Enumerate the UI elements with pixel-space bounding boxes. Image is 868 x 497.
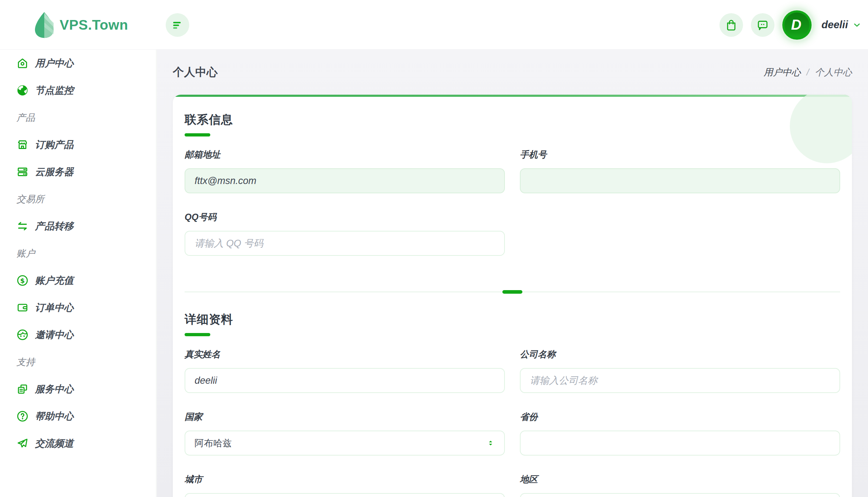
avatar[interactable]: D <box>782 10 812 40</box>
sidebar-item-label: 产品转移 <box>35 220 74 233</box>
country-select-value: 阿布哈兹 <box>195 437 232 449</box>
svg-text:$: $ <box>20 277 25 284</box>
email-field-group: 邮箱地址 <box>185 149 505 193</box>
country-label: 国家 <box>185 411 505 423</box>
sidebar-item-label: 订单中心 <box>35 301 74 314</box>
main-content: 个人中心 用户中心 / 个人中心 联系信息 邮箱地址 手机号 <box>157 50 868 497</box>
avatar-inner: D <box>784 13 809 38</box>
sidebar-item-label: 帮助中心 <box>35 410 74 423</box>
district-field-group: 地区 <box>520 473 840 497</box>
details-form-grid: 真实姓名 公司名称 国家 阿布哈兹 <box>185 348 840 497</box>
question-circle-icon <box>16 410 29 422</box>
company-input[interactable] <box>520 368 840 393</box>
sidebar-item-order-products[interactable]: 订购产品 <box>0 131 156 158</box>
realname-input[interactable] <box>185 368 505 393</box>
avatar-initial: D <box>791 17 803 33</box>
chevron-down-icon <box>852 20 862 30</box>
district-label: 地区 <box>520 473 840 485</box>
chat-bubble-icon <box>756 19 769 31</box>
sidebar-item-label: 订购产品 <box>35 138 74 151</box>
sidebar-toggle-button[interactable] <box>166 13 189 37</box>
brand-name: VPS.Town <box>60 17 128 33</box>
page-title: 个人中心 <box>173 65 218 80</box>
phone-field-group: 手机号 <box>520 149 840 193</box>
contact-section-title: 联系信息 <box>185 112 840 128</box>
sidebar-item-node-monitor[interactable]: 节点监控 <box>0 77 156 104</box>
realname-label: 真实姓名 <box>185 348 505 360</box>
district-input[interactable] <box>520 493 840 497</box>
realname-field-group: 真实姓名 <box>185 348 505 393</box>
sidebar-item-label: 交流频道 <box>35 437 74 450</box>
top-header: VPS.Town <box>0 0 868 50</box>
section-divider <box>185 290 840 294</box>
divider-dash <box>502 290 522 294</box>
phone-input[interactable] <box>520 168 840 193</box>
country-field-group: 国家 阿布哈兹 <box>185 411 505 456</box>
qq-field-group: QQ号码 <box>185 211 505 256</box>
paper-plane-icon <box>16 437 29 449</box>
profile-card: 联系信息 邮箱地址 手机号 QQ号码 <box>173 95 852 497</box>
face-icon <box>16 329 29 341</box>
company-label: 公司名称 <box>520 348 840 360</box>
dollar-circle-icon: $ <box>16 274 29 287</box>
city-input[interactable] <box>185 493 505 497</box>
sidebar-item-invite-center[interactable]: 邀请中心 <box>0 321 156 348</box>
sidebar-item-cloud-servers[interactable]: 云服务器 <box>0 158 156 185</box>
breadcrumb-current: 个人中心 <box>815 66 852 79</box>
shop-button[interactable] <box>719 13 743 37</box>
qq-label: QQ号码 <box>185 211 505 223</box>
sidebar-item-account-recharge[interactable]: $ 账户充值 <box>0 267 156 294</box>
province-field-group: 省份 <box>520 411 840 456</box>
contact-form-grid: 邮箱地址 手机号 QQ号码 <box>185 149 840 256</box>
sidebar-item-chat-channel[interactable]: 交流频道 <box>0 430 156 457</box>
sidebar-item-product-transfer[interactable]: 产品转移 <box>0 213 156 240</box>
sidebar-item-label: 节点监控 <box>35 84 74 97</box>
user-name: deelii <box>822 19 848 31</box>
brand-logo-icon <box>34 11 55 39</box>
email-input[interactable] <box>185 168 505 193</box>
sidebar-item-label: 账户充值 <box>35 274 74 287</box>
page-header: 个人中心 用户中心 / 个人中心 <box>173 50 852 95</box>
select-arrows-icon <box>486 439 495 447</box>
sidebar-item-label: 邀请中心 <box>35 328 74 341</box>
sidebar-item-order-center[interactable]: 订单中心 <box>0 294 156 321</box>
transfer-arrows-icon <box>16 220 29 232</box>
messages-button[interactable] <box>751 13 774 37</box>
breadcrumb-separator: / <box>807 67 809 78</box>
city-field-group: 城市 <box>185 473 505 497</box>
sidebar-item-help-center[interactable]: 帮助中心 <box>0 403 156 430</box>
menu-collapse-icon <box>171 19 184 31</box>
header-actions: D deelii <box>719 0 862 50</box>
server-icon <box>16 166 29 178</box>
globe-icon <box>16 84 29 96</box>
sidebar-item-label: 服务中心 <box>35 383 74 396</box>
phone-label: 手机号 <box>520 149 840 160</box>
wallet-icon <box>16 302 29 314</box>
sidebar-item-label: 云服务器 <box>35 165 74 178</box>
sidebar-section-account: 账户 <box>0 240 156 267</box>
breadcrumb-parent[interactable]: 用户中心 <box>764 66 801 79</box>
country-select[interactable]: 阿布哈兹 <box>185 431 505 456</box>
sidebar-item-label: 用户中心 <box>35 57 74 70</box>
empty-grid-cell <box>520 211 840 256</box>
section-title-underline <box>185 133 210 136</box>
section-title-underline <box>185 333 210 336</box>
details-section-title: 详细资料 <box>185 312 840 328</box>
email-label: 邮箱地址 <box>185 149 505 160</box>
sidebar-item-user-center[interactable]: 用户中心 <box>0 50 156 77</box>
brand-logo[interactable]: VPS.Town <box>34 0 128 50</box>
user-menu[interactable]: deelii <box>822 19 862 31</box>
province-input[interactable] <box>520 431 840 456</box>
company-field-group: 公司名称 <box>520 348 840 393</box>
sidebar-section-support: 支持 <box>0 348 156 376</box>
sidebar-section-exchange: 交易所 <box>0 185 156 213</box>
city-label: 城市 <box>185 473 505 485</box>
sidebar-item-service-center[interactable]: 服务中心 <box>0 376 156 403</box>
documents-icon <box>16 383 29 395</box>
breadcrumb: 用户中心 / 个人中心 <box>764 66 852 79</box>
card-top-accent-bar <box>173 95 852 97</box>
qq-input[interactable] <box>185 231 505 256</box>
province-label: 省份 <box>520 411 840 423</box>
sidebar-section-products: 产品 <box>0 104 156 131</box>
store-icon <box>16 139 29 151</box>
